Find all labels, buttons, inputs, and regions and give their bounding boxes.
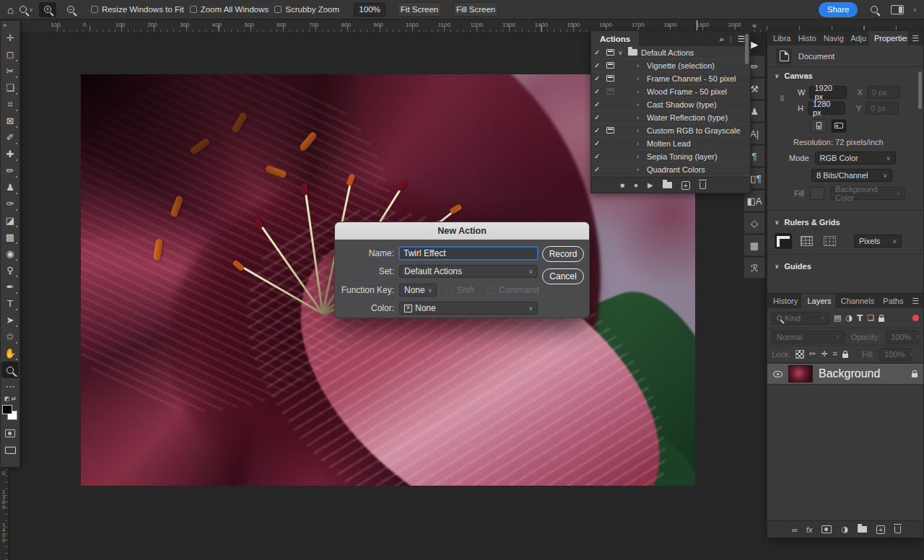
toggle-grid-button[interactable] (798, 233, 815, 249)
action-name-input[interactable]: Twirl Effect (399, 247, 538, 260)
link-layers-icon[interactable]: ∞ (792, 525, 797, 534)
layer-visibility-icon[interactable] (773, 371, 783, 377)
chevron-right-icon[interactable]: › (637, 101, 643, 108)
fit-screen-button[interactable]: Fit Screen (397, 2, 442, 17)
rulers-grids-section-header[interactable]: ∨Rulers & Grids (767, 214, 923, 231)
quick-mask-button[interactable] (1, 425, 19, 442)
function-key-dropdown[interactable]: None∨ (399, 284, 437, 297)
panel-menu-icon[interactable]: ☰ (907, 31, 923, 45)
stop-recording-icon[interactable]: ■ (620, 181, 624, 189)
new-layer-icon[interactable] (876, 525, 885, 534)
action-row[interactable]: ✓›Cast Shadow (type) (591, 98, 750, 111)
units-dropdown[interactable]: Pixels∨ (854, 235, 902, 248)
tab-libra[interactable]: Libra (767, 31, 793, 45)
lock-artboard-icon[interactable]: ⌗ (833, 349, 837, 359)
more-tools[interactable]: ⋯ (1, 378, 19, 395)
chevron-right-icon[interactable]: › (637, 166, 643, 173)
lock-pixels-icon[interactable]: ✏ (809, 349, 816, 359)
filter-pixel-layers-icon[interactable]: ▤ (834, 313, 841, 323)
action-row[interactable]: ✓›Water Reflection (type) (591, 111, 750, 124)
action-set-dropdown[interactable]: Default Actions∨ (399, 265, 538, 278)
lock-transparency-icon[interactable] (796, 350, 804, 359)
landscape-orientation-button[interactable] (831, 119, 847, 133)
action-checkmark[interactable]: ✓ (594, 74, 603, 82)
zoom-out-button[interactable]: − (62, 2, 79, 17)
frame-tool[interactable]: ⊠ (1, 113, 19, 129)
action-set-row[interactable]: ✓∨Default Actions (591, 46, 750, 59)
action-row[interactable]: ✓›Quadrant Colors (591, 163, 750, 176)
properties-scrollbar[interactable] (918, 71, 922, 109)
chevron-right-icon[interactable]: › (637, 153, 643, 160)
layer-filter-kind-dropdown[interactable]: Kind∨ (772, 312, 829, 325)
bit-depth-dropdown[interactable]: 8 Bits/Channel∨ (811, 169, 892, 182)
lasso-tool[interactable]: ✂ (1, 63, 19, 79)
fill-screen-button[interactable]: Fill Screen (453, 2, 498, 17)
swap-colors-icon[interactable]: ◩ ⇄ (4, 395, 16, 402)
chevron-right-icon[interactable]: › (637, 114, 643, 121)
type-tool[interactable]: T (1, 295, 19, 312)
collapse-panels-icon[interactable]: « (752, 21, 757, 30)
width-field[interactable]: 1920 px (809, 86, 847, 99)
tab-histo[interactable]: Histo (793, 31, 818, 45)
action-checkmark[interactable]: ✓ (594, 126, 603, 134)
marquee-tool[interactable]: ◻ (1, 46, 19, 63)
tab-adju[interactable]: Adju (845, 31, 868, 45)
action-color-dropdown[interactable]: None∨ (399, 302, 538, 315)
chevron-right-icon[interactable]: › (637, 140, 643, 147)
zoom-tool[interactable] (1, 362, 19, 378)
toggle-pixel-grid-button[interactable] (821, 233, 838, 249)
path-selection-tool[interactable]: ➤ (1, 312, 19, 328)
tab-paths[interactable]: Paths (877, 294, 907, 308)
delete-action-icon[interactable] (699, 182, 706, 189)
filter-adjustment-layers-icon[interactable]: ◑ (845, 313, 853, 323)
patterns-panel-icon[interactable]: ▦ (744, 235, 765, 256)
tab-history[interactable]: History (767, 294, 801, 308)
chevron-right-icon[interactable]: › (637, 88, 643, 95)
lock-all-icon[interactable] (842, 354, 848, 358)
eraser-tool[interactable]: ◪ (1, 212, 19, 229)
cancel-button[interactable]: Cancel (542, 268, 584, 284)
healing-brush-tool[interactable]: ✚ (1, 146, 19, 162)
brush-tool[interactable]: ✏ (1, 162, 19, 179)
blur-tool[interactable]: ◉ (1, 245, 19, 262)
new-adjustment-layer-icon[interactable]: ◑ (841, 525, 848, 534)
delete-layer-icon[interactable] (894, 526, 901, 533)
action-row[interactable]: ✓›Custom RGB to Grayscale (591, 124, 750, 137)
panel-menu-icon[interactable]: ☰ (907, 294, 923, 308)
share-button[interactable]: Share (819, 2, 858, 17)
object-selection-tool[interactable]: ❏ (1, 79, 19, 96)
layer-effects-icon[interactable]: fx (806, 525, 813, 534)
action-checkmark[interactable]: ✓ (594, 152, 603, 160)
action-row[interactable]: ✓›Vignette (selection) (591, 59, 750, 72)
tab-layers[interactable]: Layers (801, 294, 834, 308)
add-mask-icon[interactable] (821, 525, 832, 533)
guides-section-header[interactable]: ∨Guides (767, 258, 923, 275)
record-button[interactable]: Record (542, 246, 584, 262)
actions-scrollbar[interactable] (745, 34, 749, 64)
eyedropper-tool[interactable]: ✐ (1, 129, 19, 146)
move-tool[interactable]: ✛ (1, 30, 19, 46)
record-icon[interactable]: ● (634, 181, 638, 189)
checkbox-icon[interactable] (274, 6, 282, 13)
mode-dropdown[interactable]: RGB Color∨ (815, 152, 896, 165)
action-row[interactable]: ✓›Sepia Toning (layer) (591, 150, 750, 163)
filter-shape-layers-icon[interactable]: ❏ (867, 313, 874, 323)
search-icon[interactable] (871, 6, 878, 13)
new-group-icon[interactable] (858, 526, 867, 533)
3d-panel-icon[interactable]: ◇ (744, 212, 765, 234)
chevron-right-icon[interactable]: › (637, 75, 643, 82)
chevron-right-icon[interactable]: › (637, 127, 643, 134)
layer-filter-toggle[interactable] (912, 315, 919, 321)
chevron-down-icon[interactable]: ∨ (912, 6, 917, 13)
dodge-tool[interactable]: ♀ (1, 262, 19, 279)
action-checkmark[interactable]: ✓ (594, 113, 603, 121)
option-checkbox-0[interactable]: Resize Windows to Fit (91, 5, 184, 14)
toggle-rulers-button[interactable] (775, 233, 792, 249)
new-action-icon[interactable] (681, 181, 690, 190)
panel-menu-icon[interactable]: ☰ (738, 34, 745, 44)
option-checkbox-1[interactable]: Zoom All Windows (190, 5, 269, 14)
crop-tool[interactable]: ⌗ (1, 96, 19, 113)
action-checkmark[interactable]: ✓ (594, 100, 603, 108)
lock-position-icon[interactable]: ✛ (821, 349, 828, 359)
dialog-toggle-icon[interactable] (606, 75, 614, 82)
